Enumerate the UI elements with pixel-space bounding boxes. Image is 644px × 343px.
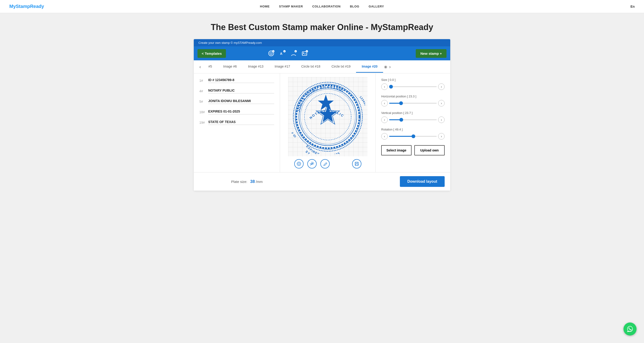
rotation-slider-row: ‹ › bbox=[381, 133, 445, 140]
view-toggle-button[interactable] bbox=[294, 159, 304, 168]
svg-text:+: + bbox=[273, 50, 274, 52]
main-card: Create your own stamp © mySTAMPready.com… bbox=[194, 39, 450, 191]
right-panel: Size [ 0.0 ] ‹ › Horizontal position [ 2… bbox=[376, 73, 450, 172]
svg-text:+: + bbox=[284, 50, 285, 52]
plate-size-label: Plate size: bbox=[231, 180, 247, 184]
plate-size-value: 38 bbox=[250, 179, 255, 184]
add-arc-icon[interactable]: + bbox=[289, 49, 298, 58]
field-row-1: 1# ID # 123456789-8 bbox=[199, 78, 274, 83]
size-slider-row: ‹ › bbox=[381, 83, 445, 90]
field-row-4: 4# NOTARY PUBLIC bbox=[199, 88, 274, 93]
bottom-bar: Plate size: 38 /mm Download layout bbox=[194, 172, 450, 191]
svg-text:ID #: ID # bbox=[290, 131, 297, 138]
vertical-label: Vertical position [ 23.7 ] bbox=[381, 111, 445, 115]
svg-text:EXPIRES 01-01-2025: EXPIRES 01-01-2025 bbox=[306, 144, 341, 154]
field-num-1: 1# bbox=[199, 79, 206, 82]
add-circle-text-icon[interactable]: A + bbox=[266, 49, 276, 58]
save-canvas-button[interactable] bbox=[352, 159, 362, 168]
field-value-5[interactable]: JONITA IDOWU BILESANMI bbox=[208, 99, 274, 104]
tabs-next-button[interactable]: › bbox=[387, 60, 393, 73]
vertical-decrease-button[interactable]: ‹ bbox=[381, 116, 388, 123]
language-selector[interactable]: En bbox=[630, 5, 635, 8]
rotation-increase-button[interactable]: › bbox=[438, 133, 445, 140]
tabs-prev-button[interactable]: ‹ bbox=[198, 60, 203, 73]
svg-text:+: + bbox=[306, 50, 308, 52]
new-stamp-button[interactable]: New stamp + bbox=[416, 49, 446, 58]
field-row-5: 5# JONITA IDOWU BILESANMI bbox=[199, 99, 274, 104]
add-image-icon[interactable]: + bbox=[300, 49, 310, 58]
size-control-group: Size [ 0.0 ] ‹ › bbox=[381, 78, 445, 90]
size-slider-track[interactable] bbox=[389, 86, 437, 87]
field-row-19: 19# STATE OF TEXAS bbox=[199, 120, 274, 125]
tab-image-17[interactable]: Image #17 bbox=[269, 61, 296, 73]
svg-text:+: + bbox=[295, 50, 296, 52]
fill-button[interactable] bbox=[320, 159, 330, 168]
plate-size-area: Plate size: 38 /mm bbox=[231, 179, 262, 184]
tab-circle-txt-19[interactable]: Circle txt #19 bbox=[326, 61, 356, 73]
tab-circle-txt-18[interactable]: Circle txt #18 bbox=[296, 61, 326, 73]
field-value-19[interactable]: STATE OF TEXAS bbox=[208, 120, 274, 125]
horizontal-slider-row: ‹ › bbox=[381, 100, 445, 106]
nav-gallery[interactable]: GALLERY bbox=[369, 5, 384, 8]
field-num-18: 18# bbox=[199, 110, 206, 114]
rotation-slider-track[interactable] bbox=[389, 136, 437, 137]
vertical-slider-row: ‹ › bbox=[381, 116, 445, 123]
toolbar: < Templates A + A + bbox=[194, 46, 450, 60]
svg-point-11 bbox=[303, 52, 304, 53]
svg-marker-22 bbox=[318, 95, 334, 110]
select-image-button[interactable]: Select image bbox=[381, 145, 412, 155]
field-value-18[interactable]: EXPIRES 01-01-2025 bbox=[208, 109, 274, 114]
svg-point-29 bbox=[297, 162, 301, 166]
size-decrease-button[interactable]: ‹ bbox=[381, 83, 388, 90]
tab-image-13[interactable]: Image #13 bbox=[242, 61, 269, 73]
field-value-4[interactable]: NOTARY PUBLIC bbox=[208, 88, 274, 93]
rotation-label: Rotation [ 49.4 ] bbox=[381, 128, 445, 131]
field-num-4: 4# bbox=[199, 89, 206, 93]
card-header-bar: Create your own stamp © mySTAMPready.com bbox=[194, 39, 450, 46]
svg-point-30 bbox=[298, 163, 300, 165]
horizontal-slider-track[interactable] bbox=[389, 103, 437, 104]
field-num-19: 19# bbox=[199, 121, 206, 124]
svg-text:JONITA IDOWU BILESANMI: JONITA IDOWU BILESANMI bbox=[296, 85, 344, 113]
field-num-5: 5# bbox=[199, 100, 206, 103]
brand-logo[interactable]: MyStampReady bbox=[9, 4, 44, 9]
vertical-control-group: Vertical position [ 23.7 ] ‹ › bbox=[381, 111, 445, 123]
templates-button[interactable]: < Templates bbox=[198, 49, 226, 58]
tab-image-6[interactable]: Image #6 bbox=[218, 61, 242, 73]
svg-text:A: A bbox=[270, 52, 272, 55]
content-area: 1# ID # 123456789-8 4# NOTARY PUBLIC 5# … bbox=[194, 73, 450, 172]
horizontal-increase-button[interactable]: › bbox=[438, 100, 445, 106]
vertical-increase-button[interactable]: › bbox=[438, 116, 445, 123]
magic-wand-button[interactable] bbox=[307, 159, 317, 168]
tab-5[interactable]: #5 bbox=[203, 61, 218, 73]
page-title: The Best Custom Stamp maker Online - MyS… bbox=[5, 22, 639, 32]
svg-rect-34 bbox=[356, 164, 358, 165]
tab-image-20[interactable]: Image #20 bbox=[356, 61, 383, 73]
nav-stamp-maker[interactable]: STAMP MAKER bbox=[279, 5, 303, 8]
nav-collaboration[interactable]: COLLABORATION bbox=[312, 5, 341, 8]
tab-close-button[interactable]: ◉ bbox=[384, 64, 387, 69]
card-header-text: Create your own stamp © mySTAMPready.com bbox=[198, 41, 262, 44]
left-panel: 1# ID # 123456789-8 4# NOTARY PUBLIC 5# … bbox=[194, 73, 280, 172]
horizontal-label: Horizontal position [ 23.3 ] bbox=[381, 95, 445, 98]
field-value-1[interactable]: ID # 123456789-8 bbox=[208, 78, 274, 83]
add-text-icon[interactable]: A + bbox=[278, 49, 287, 58]
tabs-bar: ‹ #5 Image #6 Image #13 Image #17 Circle… bbox=[194, 60, 450, 73]
horizontal-decrease-button[interactable]: ‹ bbox=[381, 100, 388, 106]
nav-blog[interactable]: BLOG bbox=[350, 5, 359, 8]
size-increase-button[interactable]: › bbox=[438, 83, 445, 90]
image-action-buttons: Select image Upload own bbox=[381, 145, 445, 155]
rotation-decrease-button[interactable]: ‹ bbox=[381, 133, 388, 140]
center-panel: JONITA IDOWU BILESANMI NOTARY PUBLIC bbox=[280, 73, 376, 172]
field-row-18: 18# EXPIRES 01-01-2025 bbox=[199, 109, 274, 114]
size-label: Size [ 0.0 ] bbox=[381, 78, 445, 81]
nav-home[interactable]: HOME bbox=[260, 5, 270, 8]
vertical-slider-track[interactable] bbox=[389, 119, 437, 120]
horizontal-control-group: Horizontal position [ 23.3 ] ‹ › bbox=[381, 95, 445, 106]
whatsapp-button[interactable] bbox=[624, 323, 636, 336]
stamp-canvas[interactable]: JONITA IDOWU BILESANMI NOTARY PUBLIC bbox=[288, 77, 368, 156]
stamp-svg-container: JONITA IDOWU BILESANMI NOTARY PUBLIC bbox=[288, 77, 368, 156]
upload-own-button[interactable]: Upload own bbox=[414, 145, 445, 155]
rotation-control-group: Rotation [ 49.4 ] ‹ › bbox=[381, 128, 445, 140]
download-layout-button[interactable]: Download layout bbox=[400, 176, 445, 187]
